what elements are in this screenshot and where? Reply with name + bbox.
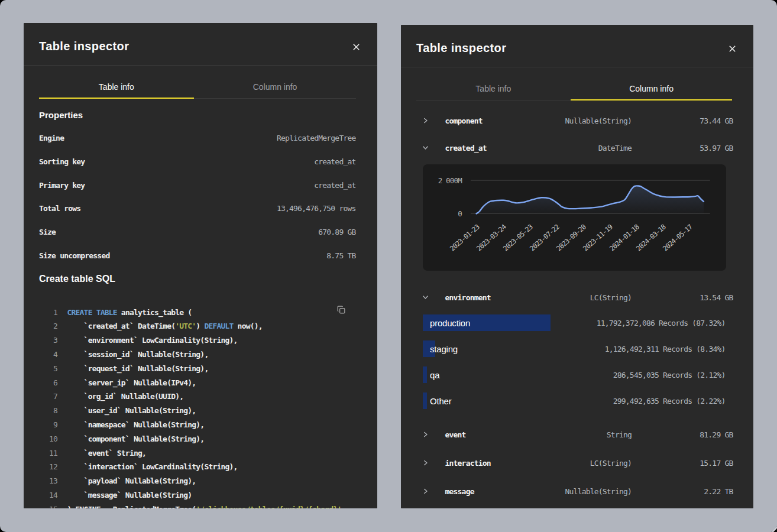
value-label: production (430, 318, 470, 328)
sql-code-line: 10 `component` Nullable(String), (24, 432, 377, 446)
chevron-right-icon[interactable] (422, 460, 429, 466)
line-number: 15 (39, 502, 57, 508)
column-name: environment (445, 293, 491, 302)
column-row-environment[interactable]: environment LC(String) 13.54 GB (401, 284, 753, 311)
line-number: 11 (39, 446, 57, 460)
tab-label: Table info (475, 84, 511, 93)
tab-column-info[interactable]: Column info (571, 67, 733, 100)
line-number: 4 (39, 348, 57, 362)
table-inspector-modal-column-info: Table inspector Table info Column info c… (401, 25, 753, 508)
tab-label: Column info (253, 82, 297, 92)
line-number: 7 (39, 390, 57, 404)
chevron-right-icon[interactable] (422, 488, 429, 495)
column-name: event (445, 430, 466, 439)
line-number: 2 (39, 319, 57, 333)
property-label: Total rows (39, 204, 80, 213)
close-button[interactable] (724, 40, 740, 57)
tab-column-info[interactable]: Column info (194, 66, 357, 99)
y-axis-label: 0 (458, 209, 462, 218)
line-number: 3 (39, 333, 57, 348)
value-records: 1,126,492,311 Records (8.34%) (605, 345, 726, 353)
sql-code-line: 8 `user_id` Nullable(String), (24, 404, 377, 418)
close-icon (729, 46, 736, 52)
close-icon (353, 44, 360, 50)
screen-background: Table inspector Table info Column info P… (0, 0, 777, 532)
created-at-distribution-chart: 2 000M02023-01-232023-03-242023-05-23202… (423, 164, 726, 271)
property-row-total-rows: Total rows 13,496,476,750 rows (39, 197, 356, 220)
sql-code-line: 7 `org_id` Nullable(UUID), (24, 390, 377, 404)
properties-heading: Properties (39, 110, 83, 120)
sql-code-line: 3 `environment` LowCardinality(String), (24, 333, 377, 348)
line-number: 12 (39, 460, 57, 474)
modal-title: Table inspector (39, 40, 129, 53)
sql-code-line: 4 `session_id` Nullable(String), (24, 348, 377, 362)
column-type: Nullable(String) (565, 116, 632, 125)
line-number: 8 (39, 404, 57, 418)
property-row-size: Size 670.89 GB (39, 220, 356, 244)
value-label: staging (430, 344, 458, 354)
value-bar (423, 392, 427, 409)
property-value: ReplicatedMergeTree (277, 134, 356, 142)
modal-header: Table inspector (24, 23, 377, 65)
property-row-engine: Engine ReplicatedMergeTree (39, 126, 356, 150)
mouse-cursor (770, 526, 777, 532)
column-name: message (445, 487, 474, 496)
property-row-primary-key: Primary key created_at (39, 173, 356, 197)
column-name: component (445, 116, 483, 125)
column-type: Nullable(String) (565, 487, 632, 496)
property-value: created_at (314, 181, 355, 190)
line-number: 1 (39, 306, 57, 320)
column-size: 15.17 GB (700, 459, 733, 468)
column-row-created-at[interactable]: created_at DateTime 53.97 GB (401, 134, 753, 161)
chevron-right-icon[interactable] (422, 432, 429, 438)
property-row-size-uncompressed: Size uncompressed 8.75 TB (39, 244, 356, 268)
environment-value-row-qa: qa 286,545,035 Records (2.12%) (423, 366, 733, 383)
tab-table-info[interactable]: Table info (416, 67, 571, 100)
chevron-down-icon[interactable] (422, 145, 429, 151)
value-records: 286,545,035 Records (2.12%) (613, 371, 726, 379)
sql-code-line: 13 `payload` Nullable(String), (24, 474, 377, 488)
property-label: Size uncompressed (39, 251, 109, 260)
property-label: Primary key (39, 181, 85, 190)
column-size: 2.22 TB (704, 487, 733, 496)
sql-code-line: 1CREATE TABLE analytics_table ( (24, 306, 377, 320)
column-row-interaction[interactable]: interaction LC(String) 15.17 GB (401, 449, 753, 476)
property-value: 8.75 TB (326, 251, 355, 260)
table-inspector-modal-table-info: Table inspector Table info Column info P… (24, 23, 377, 508)
sql-code-line: 5 `request_id` Nullable(String), (24, 362, 377, 376)
chevron-right-icon[interactable] (422, 118, 429, 124)
property-value: 13,496,476,750 rows (277, 204, 356, 213)
area-chart-svg: 2 000M02023-01-232023-03-242023-05-23202… (423, 164, 726, 271)
line-number: 5 (39, 362, 57, 376)
sql-code-line: 15) ENGINE = ReplicatedMergeTree('/click… (24, 502, 377, 508)
line-number: 9 (39, 418, 57, 432)
property-label: Size (39, 228, 56, 236)
tab-table-info[interactable]: Table info (39, 66, 194, 99)
chevron-down-icon[interactable] (422, 294, 429, 301)
sql-code-line: 14 `message` Nullable(String) (24, 488, 377, 502)
column-row-message[interactable]: message Nullable(String) 2.22 TB (401, 478, 753, 505)
column-row-component[interactable]: component Nullable(String) 73.44 GB (401, 107, 753, 134)
close-button[interactable] (348, 38, 364, 55)
value-label: qa (430, 370, 439, 380)
column-size: 13.54 GB (700, 293, 733, 302)
environment-value-row-staging: staging 1,126,492,311 Records (8.34%) (423, 340, 733, 357)
tab-bar: Table info Column info (39, 66, 357, 99)
column-type: LC(String) (590, 293, 632, 302)
line-number: 14 (39, 488, 57, 502)
sql-code-line: 6 `server_ip` Nullable(IPv4), (24, 376, 377, 390)
line-number: 6 (39, 376, 57, 390)
value-records: 11,792,372,086 Records (87.32%) (597, 319, 726, 327)
column-type: String (607, 430, 632, 439)
column-type: DateTime (598, 144, 632, 153)
tab-label: Table info (99, 82, 134, 92)
column-size: 81.29 GB (700, 430, 733, 439)
column-row-event[interactable]: event String 81.29 GB (401, 421, 753, 448)
environment-value-row-production: production 11,792,372,086 Records (87.32… (423, 314, 733, 331)
modal-header: Table inspector (401, 25, 753, 67)
sql-code-line: 12 `interaction` LowCardinality(String), (24, 460, 377, 474)
property-value: 670.89 GB (318, 228, 355, 236)
line-number: 13 (39, 474, 57, 488)
copy-button[interactable] (335, 304, 347, 316)
column-size: 53.97 GB (700, 144, 733, 153)
